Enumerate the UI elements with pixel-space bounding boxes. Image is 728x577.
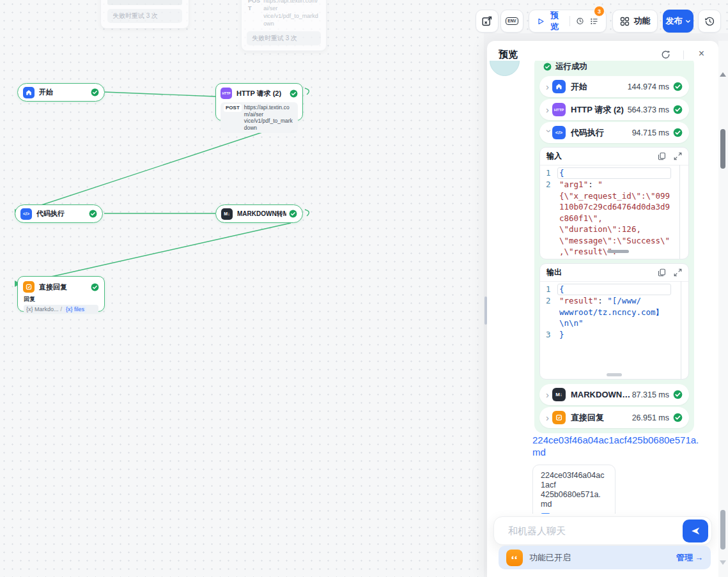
expand-icon[interactable] xyxy=(674,268,682,277)
ghost-node-card: 失败时重试 3 次 xyxy=(100,0,189,29)
retry-setting: 失败时重试 3 次 xyxy=(107,9,182,23)
scroll-down-arrow[interactable] xyxy=(720,560,726,565)
success-check-icon xyxy=(290,89,298,98)
chevron-right-icon[interactable]: › xyxy=(546,413,552,422)
row-label: 直接回复 xyxy=(571,412,604,424)
success-check-icon xyxy=(91,283,99,291)
home-icon xyxy=(23,87,35,98)
success-check-icon xyxy=(289,210,297,218)
code-scrollbar-track[interactable] xyxy=(681,281,681,379)
scroll-up-arrow[interactable] xyxy=(720,72,726,77)
file-name: 224ce03f46a04ac1acf 425b0680e571a.md xyxy=(541,471,607,509)
node-label: 代码执行 xyxy=(36,209,86,219)
publish-button[interactable]: 发布 xyxy=(663,10,693,33)
chat-input[interactable] xyxy=(507,525,683,537)
output-block: 输出 1 { 2 "result": "[/w xyxy=(539,263,689,380)
send-icon xyxy=(690,525,701,537)
success-check-icon xyxy=(673,128,683,137)
scrollbar-track[interactable] xyxy=(718,41,728,577)
refresh-icon[interactable] xyxy=(660,49,671,60)
ghost-field xyxy=(107,0,182,5)
row-label: 代码执行 xyxy=(571,127,604,139)
result-row-http[interactable]: › HTTP HTTP 请求 (2) 564.373 ms xyxy=(539,99,689,120)
chevron-right-icon[interactable]: › xyxy=(546,105,552,114)
timer-icon[interactable] xyxy=(576,16,584,26)
checklist-icon[interactable] xyxy=(590,16,598,26)
variable-chip: {x} Markdo... xyxy=(26,306,59,312)
scrollbar-thumb-secondary[interactable] xyxy=(720,510,725,550)
reply-icon xyxy=(552,411,566,424)
line-number: 2 xyxy=(540,179,559,259)
env-button[interactable]: ENV xyxy=(500,10,523,33)
success-check-icon xyxy=(91,88,99,96)
scrollbar-thumb[interactable] xyxy=(720,129,725,169)
resize-handle[interactable] xyxy=(607,373,622,376)
row-duration: 94.715 ms xyxy=(632,128,669,137)
expand-icon[interactable] xyxy=(674,152,682,160)
result-row-code[interactable]: › </> 代码执行 94.715 ms xyxy=(539,122,689,143)
row-label: MARKDOWN转M... xyxy=(571,389,632,401)
http-icon: HTTP xyxy=(552,103,566,116)
close-icon[interactable]: × xyxy=(699,48,704,59)
row-duration: 564.373 ms xyxy=(628,105,669,114)
result-row-reply[interactable]: › 直接回复 26.951 ms xyxy=(539,407,689,428)
chevron-down-icon[interactable]: › xyxy=(545,130,554,136)
chevron-right-icon[interactable]: › xyxy=(546,390,552,399)
header-divider xyxy=(683,50,684,59)
node-label: MARKDOWN转MD文件 xyxy=(237,210,286,219)
chat-message-area[interactable]: 运行成功 › 开始 144.974 ms › HTTP HT xyxy=(487,61,718,514)
features-status-text: 功能已开启 xyxy=(529,552,571,564)
line-number: 1 xyxy=(540,284,559,295)
markdown-icon: M↓ xyxy=(221,208,233,220)
file-card[interactable]: 224ce03f46a04ac1acf 425b0680e571a.md M↓ … xyxy=(532,465,616,514)
code-icon: </> xyxy=(552,126,566,139)
chevron-right-icon[interactable]: › xyxy=(546,82,552,91)
env-icon: ENV xyxy=(506,17,518,25)
node-start[interactable]: 开始 xyxy=(17,83,105,102)
result-row-start[interactable]: › 开始 144.974 ms xyxy=(539,76,689,97)
node-markdown-to-md[interactable]: M↓ MARKDOWN转MD文件 xyxy=(215,204,303,223)
success-check-icon xyxy=(673,82,683,91)
play-icon xyxy=(537,17,545,26)
retry-setting: 失败时重试 3 次 xyxy=(247,31,321,45)
file-link[interactable]: 224ce03f46a04ac1acf425b0680e571a. md xyxy=(532,434,713,458)
output-title: 输出 xyxy=(546,267,562,278)
horizontal-scrollbar-thumb[interactable] xyxy=(607,250,629,253)
success-check-icon xyxy=(673,413,683,422)
result-row-markdown[interactable]: › M↓ MARKDOWN转M... 87.315 ms xyxy=(539,384,689,405)
chip-separator: / xyxy=(61,306,63,312)
debug-icon xyxy=(481,15,493,27)
node-http-request[interactable]: HTTP HTTP 请求 (2) POST https://api.textin… xyxy=(215,83,303,121)
chat-input-bar xyxy=(493,516,712,545)
input-block-header: 输入 xyxy=(540,148,688,165)
method-badge: POST xyxy=(224,104,242,112)
copy-icon[interactable] xyxy=(658,268,666,277)
code-scrollbar-track[interactable] xyxy=(679,165,680,259)
reply-variables: {x} Markdo... / {x} files xyxy=(24,305,98,314)
send-button[interactable] xyxy=(683,519,708,542)
preview-panel: 预览 × 运行成功 › 开始 144.974 ms xyxy=(487,41,718,577)
toolbar-divider xyxy=(569,16,570,26)
node-direct-reply[interactable]: 直接回复 回复 {x} Markdo... / {x} files xyxy=(17,276,105,312)
input-code[interactable]: 1 { 2 "arg1": " {\"x_request_id\":\"099 … xyxy=(540,165,688,259)
publish-label: 发布 xyxy=(666,15,683,27)
debug-button[interactable] xyxy=(476,10,499,33)
http-config: POST https://api.textin.com/ai/ser vice/… xyxy=(221,102,298,133)
row-duration: 144.974 ms xyxy=(628,82,669,91)
output-code[interactable]: 1 { 2 "result": "[/www/ wwwroot/tz.ncncy… xyxy=(540,282,688,340)
bot-avatar xyxy=(490,61,520,76)
features-button[interactable]: 功能 xyxy=(612,10,658,33)
line-number: 3 xyxy=(540,329,559,341)
output-block-header: 输出 xyxy=(540,264,688,282)
copy-icon[interactable] xyxy=(658,152,666,160)
notification-badge: 3 xyxy=(594,6,605,17)
request-url: https://api.textin.com/ai/ser vice/v1/pd… xyxy=(244,104,295,131)
arrow-right-icon: → xyxy=(695,553,703,562)
node-code[interactable]: </> 代码执行 xyxy=(15,204,103,223)
manage-link[interactable]: 管理 → xyxy=(676,552,703,564)
run-status: 运行成功 xyxy=(539,61,689,74)
http-icon: HTTP xyxy=(221,88,232,99)
preview-button[interactable]: 预览 xyxy=(550,10,564,33)
history-button[interactable] xyxy=(698,10,721,33)
input-title: 输入 xyxy=(546,151,562,162)
